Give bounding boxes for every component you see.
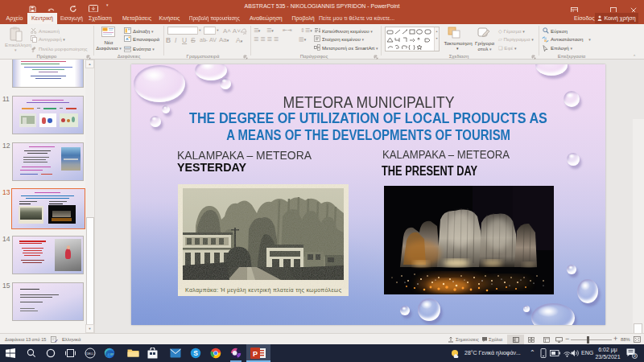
svg-text:Καλαμπάκα: Ἡ μεγάλη κεντρικ: Καλαμπάκα: Ἡ μεγάλη κεντρική πλατεία της… [185, 287, 342, 294]
svg-text:DELL: DELL [87, 352, 94, 356]
svg-text:S: S [193, 349, 198, 357]
svg-text:P: P [253, 350, 258, 358]
svg-text:9: 9 [634, 353, 636, 358]
